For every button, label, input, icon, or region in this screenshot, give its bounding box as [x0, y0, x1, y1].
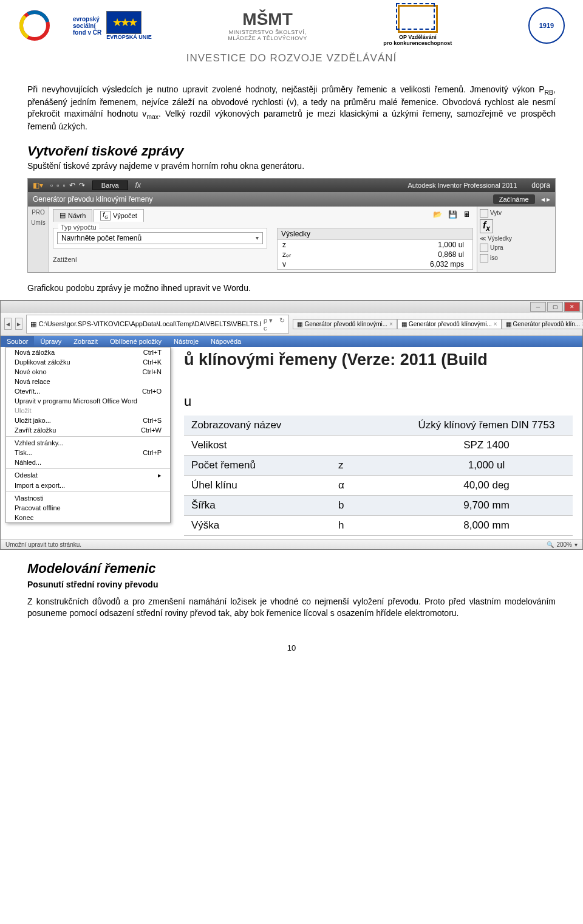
paragraph-intro: Při nevyhovujících výsledcích je nutno u… — [27, 84, 556, 132]
chevron-icon[interactable]: ◂ ▸ — [541, 195, 550, 204]
undo-icon[interactable]: ↶ — [69, 181, 75, 190]
heading-report: Vytvoření tiskové zprávy — [27, 143, 556, 159]
menu-upravy[interactable]: Úpravy — [34, 336, 67, 347]
nav-fwd-button[interactable]: ► — [15, 318, 22, 330]
logo-op: OP Vzdělávání pro konkurenceschopnost — [383, 5, 452, 46]
menu-nastroje[interactable]: Nástroje — [168, 336, 205, 347]
app-menu-icon[interactable]: ◧▾ — [33, 181, 43, 190]
menu-zobrazit[interactable]: Zobrazit — [67, 336, 104, 347]
menu-item[interactable]: Duplikovat záložkuCtrl+K — [6, 357, 170, 367]
tab-icon: ▦ — [297, 321, 302, 327]
report-row: Výškah8,000 mm — [184, 515, 573, 535]
inventor-window: ◧▾ ▫ ▫ ▫ ↶ ↷ Barva fx Autodesk Inventor … — [27, 178, 556, 273]
browser-tabs: ▦Generátor převodů klínovými...× ▦Generá… — [293, 319, 583, 329]
product-name: Autodesk Inventor Professional 2011 — [408, 182, 517, 189]
menubar: Soubor Úpravy Zobrazit Oblíbené položky … — [1, 336, 582, 347]
menu-item[interactable]: Zavřít záložkuCtrl+W — [6, 425, 170, 435]
caption-u: u — [184, 394, 573, 409]
browser-tab[interactable]: ▦Generátor převodů klínovými...× — [397, 319, 502, 329]
color-selector[interactable]: Barva — [92, 180, 128, 190]
tab-vypocet[interactable]: fG Výpočet — [94, 209, 143, 222]
label-zatizeni: Zatížení — [53, 256, 267, 263]
fieldset-typ-vypoctu: Typ výpočtu Navrhněte počet řemenů ▾ — [53, 228, 267, 248]
menu-soubor[interactable]: Soubor — [1, 336, 34, 347]
tab-navrh[interactable]: ▤ Návrh — [53, 209, 92, 222]
tab-icon: ▦ — [506, 321, 511, 327]
menu-item[interactable]: Uložit jako...Ctrl+S — [6, 416, 170, 425]
window-controls: ─ ▢ ✕ — [1, 301, 582, 313]
close-icon[interactable]: × — [389, 321, 393, 327]
square-icon — [480, 209, 488, 217]
redo-icon[interactable]: ↷ — [79, 181, 85, 190]
panel-item[interactable]: Vytv — [480, 209, 553, 217]
ribbon-right[interactable]: Začínáme — [493, 194, 535, 204]
square-icon — [480, 254, 488, 262]
page-number: 10 — [0, 625, 583, 665]
chevron-down-icon: ▾ — [256, 234, 259, 241]
report-row: Úhel klínuα40,00 deg — [184, 475, 573, 495]
fx-big-icon[interactable]: fx — [480, 219, 493, 233]
file-menu: Nová záložkaCtrl+TDuplikovat záložkuCtrl… — [5, 347, 171, 523]
inventor-titlebar: ◧▾ ▫ ▫ ▫ ↶ ↷ Barva fx Autodesk Inventor … — [28, 179, 555, 192]
fx-field-icon[interactable]: fx — [135, 181, 141, 190]
menu-napoveda[interactable]: Nápověda — [205, 336, 247, 347]
open-icon[interactable]: ▫ — [56, 181, 59, 190]
eu-flag-icon: ★★★ — [106, 11, 141, 34]
menu-item[interactable]: Odeslat▸ — [6, 470, 170, 481]
menu-item[interactable]: Nová relace — [6, 377, 170, 386]
menu-item[interactable]: Konec — [6, 513, 170, 522]
logo-bar: evropský sociální fond v ČR ★★★ EVROPSKÁ… — [0, 0, 583, 49]
calc-icon[interactable]: 🖩 — [461, 209, 473, 222]
save-small-icon[interactable]: 💾 — [446, 209, 460, 222]
gear-year-icon: 1919 — [528, 7, 565, 44]
address-bar[interactable]: ▦ C:\Users\gor.SPS-VITKOVICE\AppData\Loc… — [26, 315, 290, 334]
menu-item[interactable]: Vlastnosti — [6, 493, 170, 503]
square-icon — [480, 244, 488, 252]
refresh-icon[interactable]: ↻ — [279, 317, 285, 332]
left-strip: PRO Umís — [28, 207, 49, 272]
esf-swirl-icon — [18, 9, 68, 42]
menu-item[interactable]: Náhled... — [6, 457, 170, 467]
zoom-control[interactable]: 🔍 200% ▾ — [547, 541, 578, 548]
new-icon[interactable]: ▫ — [50, 181, 53, 190]
menu-item[interactable]: Upravit v programu Microsoft Office Word — [6, 396, 170, 406]
menu-item[interactable]: Nová záložkaCtrl+T — [6, 347, 170, 357]
browser-tab[interactable]: ▦Generátor převodů klínovými...× — [293, 319, 397, 329]
right-panel: Vytv fx ≪Výsledky Upra iso — [477, 207, 555, 272]
paragraph-model: Z konstrukčních důvodů a pro zmenšení na… — [27, 596, 556, 619]
minimize-button[interactable]: ─ — [530, 302, 546, 312]
sheet-icon: ▤ — [60, 211, 66, 219]
maximize-button[interactable]: ▢ — [547, 302, 563, 312]
menu-item[interactable]: Tisk...Ctrl+P — [6, 448, 170, 457]
results-header: Výsledky — [278, 228, 472, 240]
menu-item[interactable]: Otevřít...Ctrl+O — [6, 386, 170, 396]
statusbar: Umožní upravit tuto stránku. 🔍 200% ▾ — [1, 539, 582, 549]
ie-content: ů klínovými řemeny (Verze: 2011 (Build u… — [174, 347, 582, 539]
zoom-icon: 🔍 — [547, 541, 554, 548]
close-button[interactable]: ✕ — [564, 302, 580, 312]
heading-modelovani: Modelování řemenic — [27, 561, 556, 577]
search-controls[interactable]: ρ ▾ c↻ — [264, 317, 285, 332]
save-icon[interactable]: ▫ — [63, 181, 66, 190]
browser-tab[interactable]: ▦Generátor převodů klín...× — [502, 319, 583, 329]
chevron-down-icon: ▾ — [574, 541, 578, 548]
panel-item[interactable]: iso — [480, 254, 553, 262]
paragraph-word: Grafickou podobu zprávy je možno ihned u… — [27, 282, 556, 294]
nav-back-button[interactable]: ◄ — [4, 318, 12, 330]
menu-item[interactable]: Pracovat offline — [6, 503, 170, 513]
panel-item[interactable]: ≪Výsledky — [480, 235, 553, 242]
dropdown-typ-vypoctu[interactable]: Navrhněte počet řemenů ▾ — [57, 232, 263, 244]
menu-item[interactable]: Nové oknoCtrl+N — [6, 367, 170, 377]
report-title: ů klínovými řemeny (Verze: 2011 (Build — [184, 351, 573, 369]
menu-item[interactable]: Vzhled stránky... — [6, 438, 170, 448]
report-row: Zobrazovaný názevÚzký klínový řemen DIN … — [184, 416, 573, 436]
menu-item[interactable]: Import a export... — [6, 481, 170, 490]
menu-item: Uložit — [6, 406, 170, 416]
ie-window: ─ ▢ ✕ ◄ ► ▦ C:\Users\gor.SPS-VITKOVICE\A… — [0, 300, 583, 550]
folder-open-icon[interactable]: 📂 — [431, 209, 445, 222]
design-tabs: ▤ Návrh fG Výpočet 📂 💾 🖩 — [53, 209, 473, 222]
menu-oblibene[interactable]: Oblíbené položky — [104, 336, 168, 347]
status-text: Umožní upravit tuto stránku. — [5, 541, 81, 548]
panel-item[interactable]: Upra — [480, 244, 553, 252]
close-icon[interactable]: × — [494, 321, 497, 327]
